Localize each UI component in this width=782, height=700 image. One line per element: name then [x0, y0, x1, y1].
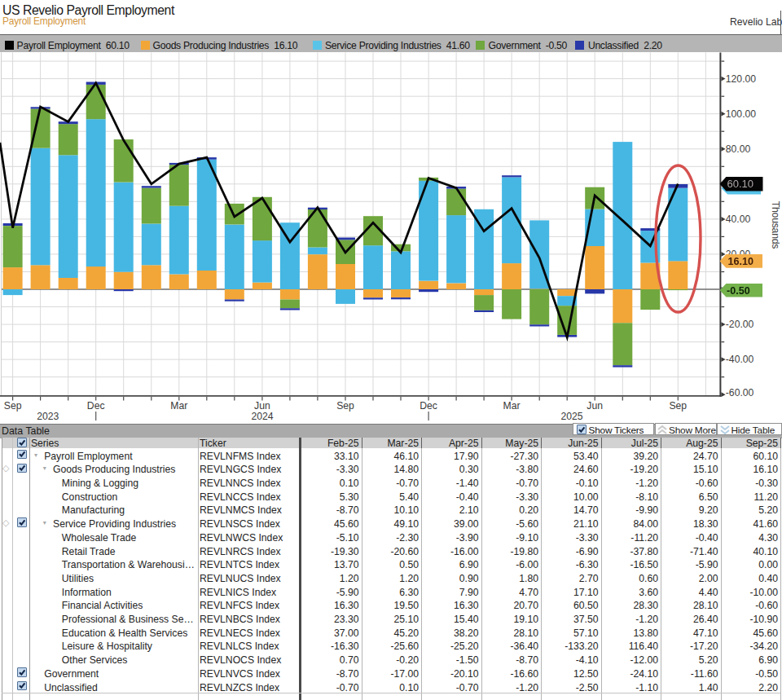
svg-text:2025: 2025 — [560, 411, 582, 422]
svg-text:Mar: Mar — [170, 400, 187, 412]
svg-text:Jun: Jun — [586, 400, 603, 412]
svg-text:-0.50: -0.50 — [727, 285, 750, 297]
svg-text:2023: 2023 — [37, 411, 59, 422]
svg-text:60.10: 60.10 — [727, 178, 754, 190]
svg-text:80.00: 80.00 — [726, 143, 751, 155]
svg-text:-40.00: -40.00 — [726, 354, 754, 365]
svg-text:Mar: Mar — [503, 400, 521, 412]
svg-text:-20.00: -20.00 — [726, 319, 754, 330]
svg-text:100.00: 100.00 — [726, 108, 756, 120]
svg-text:-60.00: -60.00 — [726, 387, 754, 398]
svg-text:Thousands: Thousands — [770, 201, 781, 249]
svg-text:Sep: Sep — [4, 400, 22, 412]
svg-text:120.00: 120.00 — [726, 73, 756, 85]
svg-text:Dec: Dec — [87, 400, 105, 412]
svg-text:16.10: 16.10 — [728, 256, 754, 267]
svg-text:Jun: Jun — [254, 400, 270, 412]
svg-text:2024: 2024 — [251, 411, 273, 422]
svg-text:Sep: Sep — [669, 400, 687, 412]
svg-text:Dec: Dec — [420, 400, 437, 412]
svg-text:40.00: 40.00 — [726, 214, 751, 225]
svg-text:Sep: Sep — [336, 400, 354, 412]
